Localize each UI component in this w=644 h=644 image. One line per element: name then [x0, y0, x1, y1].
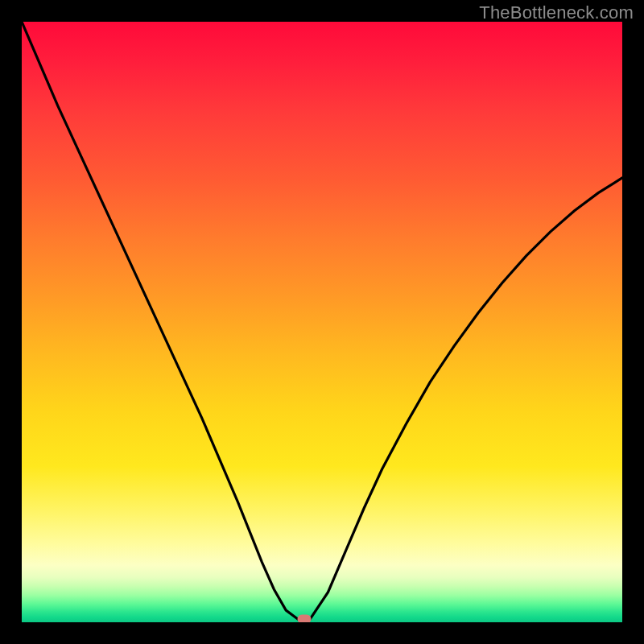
- bottleneck-curve: [22, 22, 622, 622]
- chart-frame: TheBottleneck.com: [0, 0, 644, 644]
- watermark-label: TheBottleneck.com: [479, 2, 634, 23]
- optimum-marker: [297, 615, 311, 622]
- curve-path: [22, 22, 622, 619]
- plot-area: [22, 22, 622, 622]
